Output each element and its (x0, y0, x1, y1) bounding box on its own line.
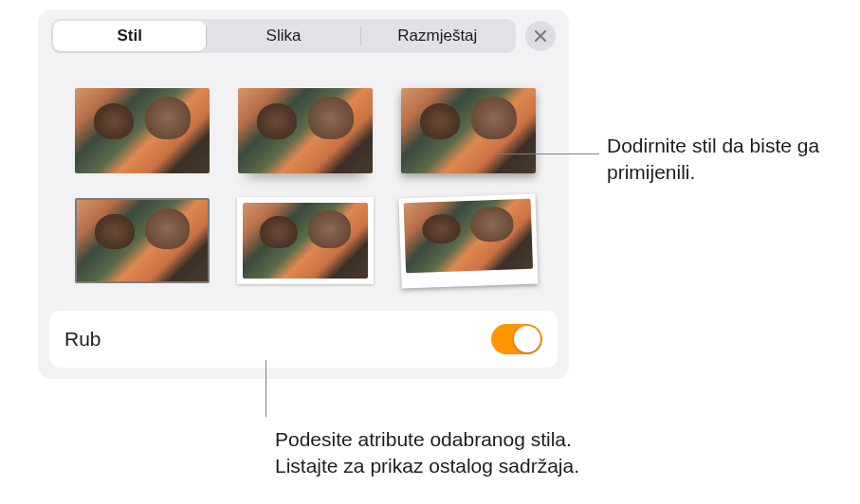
border-row: Rub (49, 311, 558, 368)
callout-tap-style: Dodirnite stil da biste ga primijenili. (607, 133, 844, 187)
tab-layout[interactable]: Razmještaj (361, 21, 514, 51)
style-option-polaroid[interactable] (398, 195, 539, 286)
callout-adjust-attributes: Podesite atribute odabranog stila. Lista… (275, 426, 654, 480)
tab-style-label: Stil (117, 27, 141, 45)
style-preview-image (75, 198, 210, 283)
format-panel: Stil Slika Razmještaj (38, 9, 569, 379)
panel-header: Stil Slika Razmještaj (38, 9, 569, 63)
style-option-frame[interactable] (235, 195, 375, 286)
style-option-reflect[interactable] (235, 85, 375, 176)
tab-image[interactable]: Slika (207, 21, 359, 51)
style-polaroid-wrap (398, 193, 538, 288)
style-preview-image (243, 203, 368, 279)
border-toggle[interactable] (491, 324, 542, 354)
toggle-knob (514, 326, 540, 352)
style-preview-image (401, 88, 536, 173)
style-option-plain[interactable] (72, 85, 212, 176)
tab-image-label: Slika (266, 27, 302, 45)
style-preview-image (75, 88, 210, 173)
close-button[interactable] (525, 21, 556, 51)
tab-style[interactable]: Stil (53, 21, 206, 51)
border-label: Rub (64, 328, 101, 351)
callout-adjust-line2: Listajte za prikaz ostalog sadržaja. (275, 455, 579, 477)
tab-layout-label: Razmještaj (397, 27, 477, 45)
style-preview-image (404, 198, 534, 273)
style-frame-wrap (237, 197, 374, 284)
style-option-border[interactable] (72, 195, 212, 286)
callout-leader-line (265, 360, 266, 417)
style-option-shadow[interactable] (398, 85, 539, 176)
style-preview-image (238, 88, 373, 173)
close-icon (534, 29, 547, 43)
callout-adjust-line1: Podesite atribute odabranog stila. (275, 428, 572, 450)
segmented-control: Stil Slika Razmještaj (51, 19, 516, 53)
callout-leader-line (493, 153, 599, 154)
style-grid (38, 63, 569, 311)
